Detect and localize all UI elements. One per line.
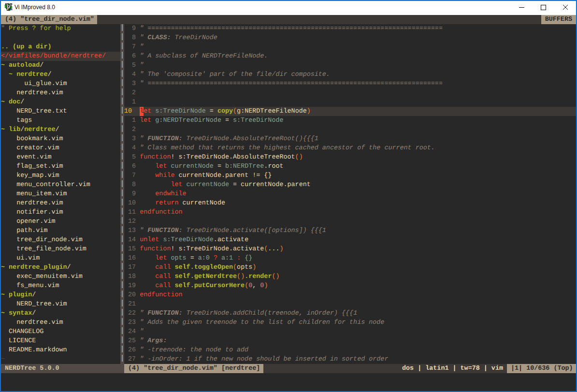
svg-text:im: im <box>8 6 12 11</box>
